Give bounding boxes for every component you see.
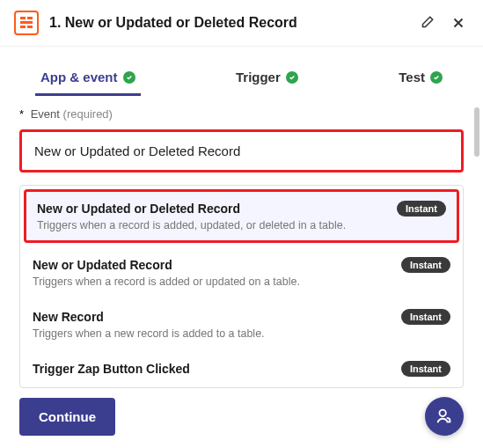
option-title: Trigger Zap Button Clicked [33,362,190,376]
close-icon[interactable] [448,12,469,33]
option-desc: Triggers when a record is added, updated… [37,219,446,231]
instant-badge: Instant [401,361,450,377]
header: 1. New or Updated or Deleted Record [0,0,483,47]
instant-badge: Instant [401,309,450,325]
svg-rect-4 [27,26,33,28]
instant-badge: Instant [397,201,446,217]
scrollbar[interactable] [472,107,479,359]
check-icon [123,71,135,84]
option-title: New or Updated or Deleted Record [37,202,240,216]
event-select[interactable]: New or Updated or Deleted Record [19,129,464,173]
selected-value: New or Updated or Deleted Record [34,143,240,158]
tab-label: App & event [40,70,118,84]
tab-label: Test [399,70,425,84]
option-title: New Record [33,310,104,324]
app-logo-icon [14,11,39,35]
continue-button[interactable]: Continue [19,398,115,436]
tab-app-event[interactable]: App & event [35,62,141,95]
dropdown-option[interactable]: New or Updated or Deleted Record Instant… [24,189,459,243]
dropdown-option[interactable]: New Record Instant Triggers when a new r… [20,298,463,350]
tab-trigger[interactable]: Trigger [231,62,304,95]
tabs: App & event Trigger Test [0,62,483,95]
svg-point-5 [440,410,446,416]
event-dropdown: New or Updated or Deleted Record Instant… [19,185,464,388]
check-icon [286,71,298,84]
field-name: Event [31,107,60,121]
edit-icon[interactable] [416,12,437,33]
svg-rect-2 [20,21,33,24]
dropdown-option[interactable]: New or Updated Record Instant Triggers w… [20,246,463,298]
tab-label: Trigger [236,70,281,84]
dropdown-option[interactable]: Trigger Zap Button Clicked Instant [20,350,463,387]
footer: Continue [0,397,483,436]
svg-rect-3 [20,26,26,28]
option-title: New or Updated Record [33,258,172,272]
required-text: (required) [63,107,113,121]
field-label: * Event (required) [19,107,464,121]
svg-rect-0 [20,17,26,19]
content-area: * Event (required) New or Updated or Del… [0,95,483,359]
option-desc: Triggers when a new record is added to a… [33,327,450,340]
page-title: 1. New or Updated or Deleted Record [49,15,406,31]
instant-badge: Instant [401,257,450,273]
check-icon [430,71,443,84]
option-desc: Triggers when a record is added or updat… [33,275,450,288]
scrollbar-thumb[interactable] [474,107,479,157]
help-fab[interactable] [425,397,464,436]
svg-rect-1 [27,17,33,19]
required-star: * [19,107,24,121]
tab-test[interactable]: Test [393,62,448,95]
